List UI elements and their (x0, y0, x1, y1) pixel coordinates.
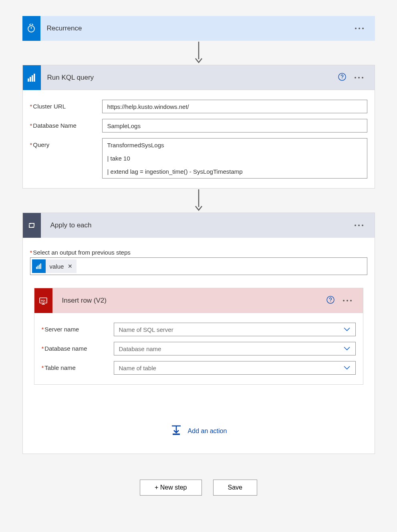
database-name-input[interactable]: SampleLogs (102, 119, 367, 132)
connector-arrow-2 (22, 189, 375, 213)
svg-rect-5 (32, 75, 33, 82)
apply-title: Apply to each (50, 221, 355, 229)
svg-rect-10 (36, 267, 37, 269)
apply-more-button[interactable] (355, 225, 363, 226)
chevron-down-icon (343, 345, 351, 352)
svg-point-19 (330, 301, 331, 302)
cluster-url-input[interactable]: https://help.kusto.windows.net/ (102, 100, 367, 113)
recurrence-header[interactable]: Recurrence (22, 16, 375, 41)
query-line: | extend lag = ingestion_time() - SysLog… (103, 165, 367, 178)
recurrence-title: Recurrence (47, 24, 355, 32)
step-recurrence[interactable]: Recurrence (22, 16, 375, 41)
svg-point-8 (342, 78, 343, 79)
database-name-label: *Database Name (30, 119, 102, 129)
table-name-label: *Table name (42, 361, 114, 371)
new-step-button[interactable]: + New step (140, 480, 202, 496)
sql-database-name-select[interactable]: Database name (114, 342, 356, 355)
svg-text:SQL: SQL (41, 299, 46, 302)
svg-rect-4 (30, 77, 31, 82)
token-label: value (50, 263, 64, 270)
server-name-label: *Server name (42, 323, 114, 333)
dynamic-content-token[interactable]: value ✕ (32, 259, 77, 273)
sql-server-icon: SQL (34, 288, 52, 313)
step-run-kql-query[interactable]: Run KQL query *Cluster URL https://help.… (22, 65, 375, 189)
svg-rect-6 (34, 74, 35, 82)
chevron-down-icon (343, 365, 351, 371)
kql-more-button[interactable] (355, 77, 363, 78)
recurrence-more-button[interactable] (355, 28, 364, 29)
loop-icon (23, 213, 41, 238)
token-remove-button[interactable]: ✕ (68, 263, 73, 269)
server-name-select[interactable]: Name of SQL server (114, 323, 356, 336)
chevron-down-icon (343, 326, 351, 333)
svg-rect-12 (39, 265, 40, 269)
sql-title: Insert row (V2) (62, 297, 326, 305)
table-name-select[interactable]: Name of table (114, 361, 356, 375)
connector-arrow-1 (22, 41, 375, 65)
sql-help-icon[interactable] (326, 295, 335, 305)
step-apply-to-each[interactable]: Apply to each *Select an output from pre… (22, 213, 375, 454)
step-insert-row[interactable]: SQL Insert row (V2) *Server name (34, 288, 363, 385)
apply-header[interactable]: Apply to each (23, 213, 375, 238)
cluster-url-label: *Cluster URL (30, 100, 102, 110)
query-line: | take 10 (103, 152, 367, 165)
kusto-icon (32, 259, 46, 273)
query-line: TransformedSysLogs (103, 139, 367, 152)
svg-rect-22 (173, 434, 180, 435)
kql-help-icon[interactable] (338, 72, 347, 82)
add-action-button[interactable]: Add an action (23, 385, 375, 454)
kql-header[interactable]: Run KQL query (23, 65, 375, 90)
sql-database-name-label: *Database name (42, 342, 114, 352)
query-label: *Query (30, 138, 102, 148)
save-button[interactable]: Save (213, 480, 257, 496)
kusto-icon (23, 65, 41, 90)
svg-rect-11 (37, 266, 38, 269)
svg-rect-3 (28, 78, 29, 82)
apply-output-input[interactable]: value ✕ (30, 257, 367, 275)
query-input[interactable]: TransformedSysLogs | take 10 | extend la… (102, 138, 367, 179)
add-action-label: Add an action (188, 428, 227, 435)
sql-more-button[interactable] (343, 300, 352, 301)
kql-title: Run KQL query (47, 74, 338, 82)
recurrence-icon (22, 16, 40, 41)
apply-output-label: *Select an output from previous steps (23, 249, 375, 257)
sql-header[interactable]: SQL Insert row (V2) (34, 288, 363, 313)
add-action-icon (170, 425, 182, 438)
svg-rect-13 (40, 263, 41, 269)
